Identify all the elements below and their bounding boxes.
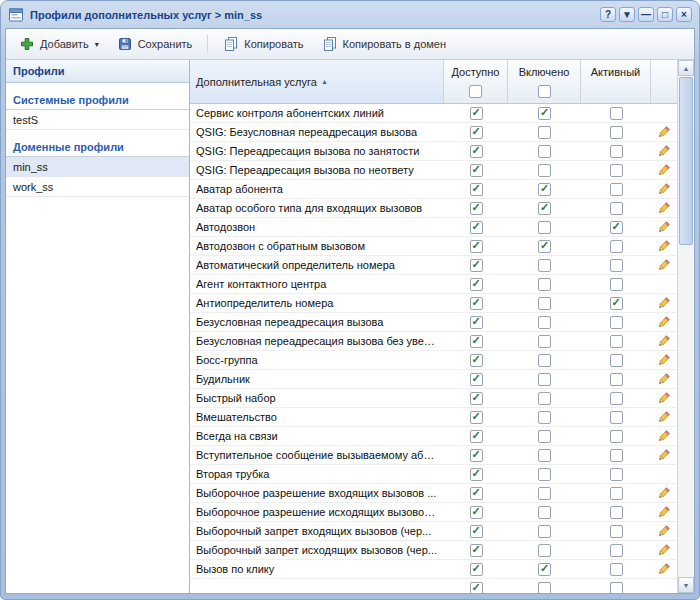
scrollbar-thumb[interactable] [679, 77, 693, 245]
enabled-checkbox[interactable] [538, 259, 551, 272]
table-row[interactable]: Выборочное разрешение исходящих вызовов.… [190, 503, 677, 522]
copy-to-domain-button[interactable]: Копировать в домен [314, 32, 454, 56]
available-checkbox[interactable] [470, 544, 483, 557]
active-checkbox[interactable] [610, 392, 623, 405]
table-row[interactable]: Автодозвон с обратным вызовом [190, 237, 677, 256]
edit-pencil-icon[interactable] [654, 141, 674, 161]
enabled-checkbox[interactable] [538, 297, 551, 310]
enabled-checkbox[interactable] [538, 487, 551, 500]
enabled-checkbox[interactable] [538, 202, 551, 215]
enabled-checkbox[interactable] [538, 240, 551, 253]
available-checkbox[interactable] [470, 449, 483, 462]
available-checkbox[interactable] [470, 525, 483, 538]
sidebar-item-work_ss[interactable]: work_ss [6, 177, 189, 197]
edit-pencil-icon[interactable] [654, 559, 674, 579]
enabled-checkbox[interactable] [538, 373, 551, 386]
scroll-up-button[interactable]: ▲ [678, 60, 694, 76]
available-checkbox[interactable] [470, 392, 483, 405]
available-checkbox[interactable] [470, 240, 483, 253]
active-checkbox[interactable] [610, 164, 623, 177]
table-row[interactable]: Будильник [190, 370, 677, 389]
active-checkbox[interactable] [610, 354, 623, 367]
table-row[interactable]: Вступительное сообщение вызываемому або.… [190, 446, 677, 465]
table-row[interactable]: Вмешательство [190, 408, 677, 427]
edit-pencil-icon[interactable] [654, 502, 674, 522]
minimize-button[interactable]: — [638, 7, 654, 22]
enabled-checkbox[interactable] [538, 411, 551, 424]
table-row[interactable]: Сервис контроля абонентских линий [190, 104, 677, 123]
enabled-checkbox[interactable] [538, 563, 551, 576]
available-checkbox[interactable] [470, 354, 483, 367]
edit-pencil-icon[interactable] [654, 388, 674, 408]
table-row[interactable]: QSIG: Безусловная переадресация вызова [190, 123, 677, 142]
enabled-checkbox[interactable] [538, 164, 551, 177]
available-checkbox[interactable] [470, 487, 483, 500]
edit-pencil-icon[interactable] [654, 331, 674, 351]
column-header-service[interactable]: Дополнительная услуга ▲ [190, 60, 444, 103]
available-checkbox[interactable] [470, 373, 483, 386]
enabled-checkbox[interactable] [538, 544, 551, 557]
edit-pencil-icon[interactable] [654, 369, 674, 389]
table-row[interactable]: Вызов по клику [190, 560, 677, 579]
available-checkbox[interactable] [470, 297, 483, 310]
collapse-button[interactable]: ▼ [619, 7, 635, 22]
table-row[interactable]: Автоматический определитель номера [190, 256, 677, 275]
sidebar-item-testS[interactable]: testS [6, 110, 189, 130]
active-checkbox[interactable] [610, 373, 623, 386]
help-button[interactable]: ? [600, 7, 616, 22]
enabled-checkbox[interactable] [538, 316, 551, 329]
scroll-down-button[interactable]: ▼ [678, 577, 694, 593]
available-checkbox[interactable] [470, 202, 483, 215]
table-row[interactable]: Вторая трубка [190, 465, 677, 484]
active-checkbox[interactable] [610, 107, 623, 120]
active-checkbox[interactable] [610, 506, 623, 519]
enabled-checkbox[interactable] [538, 392, 551, 405]
available-checkbox[interactable] [470, 183, 483, 196]
enabled-checkbox[interactable] [538, 145, 551, 158]
available-checkbox[interactable] [470, 506, 483, 519]
active-checkbox[interactable] [610, 316, 623, 329]
edit-pencil-icon[interactable] [654, 445, 674, 465]
active-checkbox[interactable] [610, 240, 623, 253]
edit-pencil-icon[interactable] [654, 198, 674, 218]
active-checkbox[interactable] [610, 278, 623, 291]
table-row[interactable]: Автодозвон [190, 218, 677, 237]
table-row[interactable]: Выборочное разрешение входящих вызовов .… [190, 484, 677, 503]
active-checkbox[interactable] [610, 259, 623, 272]
table-row[interactable]: QSIG: Переадресация вызова по неответу [190, 161, 677, 180]
column-header-enabled[interactable]: Включено [508, 60, 581, 103]
active-checkbox[interactable] [610, 468, 623, 481]
enabled-checkbox[interactable] [538, 221, 551, 234]
enabled-checkbox[interactable] [538, 506, 551, 519]
close-button[interactable]: × [676, 7, 692, 22]
enabled-checkbox[interactable] [538, 430, 551, 443]
active-checkbox[interactable] [610, 563, 623, 576]
scrollbar-track[interactable] [678, 246, 694, 577]
available-checkbox[interactable] [470, 221, 483, 234]
enabled-checkbox[interactable] [538, 525, 551, 538]
save-button[interactable]: Сохранить [109, 32, 201, 56]
table-row[interactable]: Антиопределитель номера [190, 294, 677, 313]
add-button[interactable]: Добавить ▾ [11, 32, 107, 56]
active-checkbox[interactable] [610, 221, 623, 234]
edit-pencil-icon[interactable] [654, 540, 674, 560]
table-row[interactable]: Безусловная переадресация вызова без уве… [190, 332, 677, 351]
available-checkbox[interactable] [470, 164, 483, 177]
available-checkbox[interactable] [470, 430, 483, 443]
edit-pencil-icon[interactable] [654, 483, 674, 503]
edit-pencil-icon[interactable] [654, 293, 674, 313]
edit-pencil-icon[interactable] [654, 122, 674, 142]
available-checkbox[interactable] [470, 126, 483, 139]
edit-pencil-icon[interactable] [654, 350, 674, 370]
active-checkbox[interactable] [610, 487, 623, 500]
column-header-available[interactable]: Доступно [444, 60, 508, 103]
edit-pencil-icon[interactable] [654, 521, 674, 541]
edit-pencil-icon[interactable] [654, 217, 674, 237]
enabled-checkbox[interactable] [538, 354, 551, 367]
edit-pencil-icon[interactable] [654, 407, 674, 427]
table-row[interactable]: Аватар абонента [190, 180, 677, 199]
enabled-checkbox[interactable] [538, 468, 551, 481]
table-row[interactable]: Аватар особого типа для входящих вызовов [190, 199, 677, 218]
active-checkbox[interactable] [610, 544, 623, 557]
active-checkbox[interactable] [610, 145, 623, 158]
